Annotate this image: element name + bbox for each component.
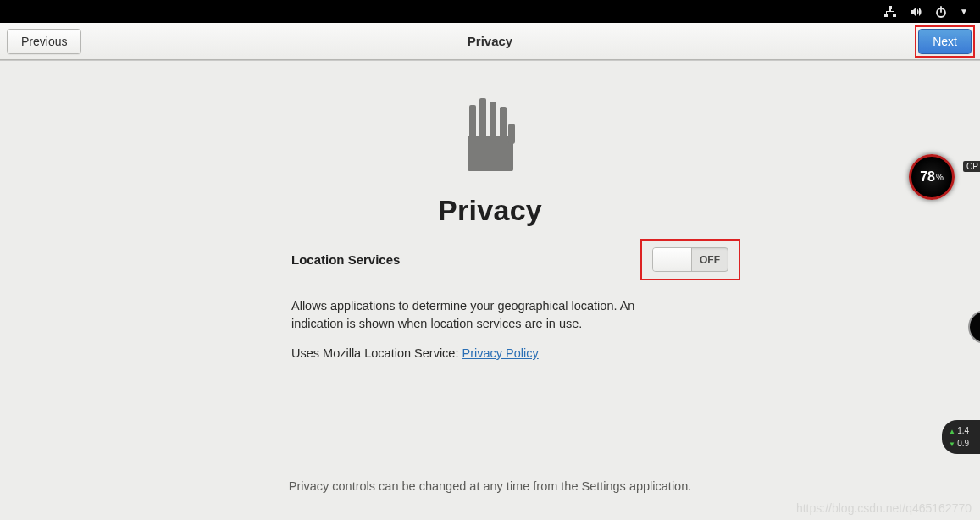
gauge-pct: % <box>936 173 944 182</box>
power-icon[interactable] <box>934 5 948 19</box>
svg-rect-4 <box>468 136 513 171</box>
svg-rect-7 <box>490 102 496 139</box>
page-title: Privacy <box>468 34 512 48</box>
toggle-state-label: OFF <box>692 254 728 266</box>
location-services-provider: Uses Mozilla Location Service: Privacy P… <box>291 346 715 360</box>
cpu-gauge[interactable]: 78% <box>909 154 955 200</box>
location-services-toggle[interactable]: OFF <box>652 247 728 272</box>
gauge-label: CP <box>963 161 980 172</box>
svg-rect-0 <box>889 6 892 9</box>
next-button-highlight: Next <box>915 25 975 58</box>
network-icon[interactable] <box>883 5 897 19</box>
toggle-knob <box>653 248 692 271</box>
svg-rect-5 <box>469 105 476 139</box>
watermark: https://blog.csdn.net/q465162770 <box>796 501 972 515</box>
next-button[interactable]: Next <box>918 29 972 54</box>
svg-rect-6 <box>479 98 486 139</box>
location-services-section: Location Services OFF Allows application… <box>291 239 715 360</box>
privacy-hand-icon <box>452 97 529 176</box>
svg-rect-9 <box>508 124 515 144</box>
location-services-description: Allows applications to determine your ge… <box>291 297 647 333</box>
footer-note: Privacy controls can be changed at any t… <box>289 479 692 493</box>
net-up: 1.4 <box>949 426 980 435</box>
volume-icon[interactable] <box>909 5 922 19</box>
system-bar: ▼ <box>0 0 980 23</box>
net-down: 0.9 <box>949 439 980 448</box>
hero-title: Privacy <box>438 194 542 227</box>
svg-rect-8 <box>500 107 507 139</box>
provider-prefix: Uses Mozilla Location Service: <box>291 346 462 360</box>
svg-rect-2 <box>893 14 896 17</box>
location-services-label: Location Services <box>291 252 400 267</box>
network-pill[interactable]: 1.4 0.9 <box>942 420 980 454</box>
privacy-policy-link[interactable]: Privacy Policy <box>462 346 538 360</box>
secondary-gauge-partial <box>968 310 980 344</box>
content-area: Privacy Location Services OFF Allows app… <box>0 60 980 520</box>
title-bar: Previous Privacy Next <box>0 23 980 60</box>
svg-rect-1 <box>884 14 888 17</box>
toggle-highlight: OFF <box>640 239 740 280</box>
dropdown-icon[interactable]: ▼ <box>960 7 968 16</box>
gauge-value: 78 <box>920 169 935 185</box>
previous-button[interactable]: Previous <box>7 29 81 54</box>
location-services-row: Location Services OFF <box>291 239 715 280</box>
